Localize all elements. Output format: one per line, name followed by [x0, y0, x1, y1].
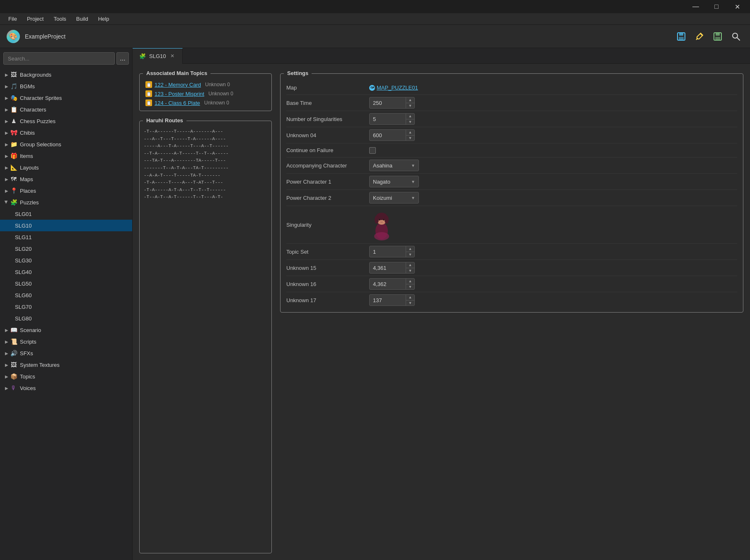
search-options-button[interactable]: ... [116, 52, 129, 65]
map-link-text[interactable]: MAP_PUZZLE01 [377, 85, 418, 91]
sidebar-item-scripts[interactable]: ▶ 📜 Scripts [0, 336, 132, 347]
power2-dropdown[interactable]: Koizumi ▼ [369, 192, 419, 204]
topic-link-124[interactable]: 124 - Class 6 Plate [155, 100, 200, 106]
icon-maps: 🗺 [10, 175, 17, 183]
singularities-down[interactable]: ▼ [406, 119, 414, 125]
label-bgms: BGMs [20, 83, 35, 90]
sidebar-item-layouts[interactable]: ▶ 📐 Layouts [0, 162, 132, 173]
unknown04-up[interactable]: ▲ [406, 130, 414, 136]
sidebar-item-system-textures[interactable]: ▶ 🖼 System Textures [0, 359, 132, 371]
menu-tools[interactable]: Tools [48, 14, 71, 24]
route-line-10: -T--A-T--A-T------T--T---A-T- [144, 194, 267, 201]
topic-item-124[interactable]: 📋 124 - Class 6 Plate Unknown 0 [144, 98, 267, 107]
label-slg20: SLG20 [15, 246, 31, 252]
menu-project[interactable]: Project [22, 14, 48, 24]
routes-content: -T--A------T-----A-------A--- ---A--T---… [140, 124, 271, 205]
topic-item-122[interactable]: 📋 122 - Memory Card Unknown 0 [144, 80, 267, 89]
label-slg70: SLG70 [15, 304, 31, 310]
base-time-down[interactable]: ▼ [406, 103, 414, 109]
sidebar-item-items[interactable]: ▶ 🎁 Items [0, 150, 132, 162]
sidebar-item-slg60[interactable]: SLG60 [0, 289, 132, 301]
sidebar-item-group-selections[interactable]: ▶ 📁 Group Selections [0, 138, 132, 150]
sidebar-item-scenario[interactable]: ▶ 📖 Scenario [0, 324, 132, 336]
tab-slg10[interactable]: 🧩 SLG10 ✕ [133, 48, 183, 64]
label-sfxs: SFXs [20, 350, 33, 356]
singularities-spinbox[interactable]: 5 ▲ ▼ [369, 113, 415, 125]
unknown17-spinbox[interactable]: 137 ▲ ▼ [369, 294, 415, 306]
unknown16-label: Unknown 16 [286, 281, 369, 287]
icon-topics: 📦 [10, 373, 17, 380]
accompanying-dropdown[interactable]: Asahina ▼ [369, 160, 419, 171]
sidebar-item-chess-puzzles[interactable]: ▶ ♟ Chess Puzzles [0, 115, 132, 127]
minimize-button[interactable]: — [686, 0, 705, 13]
base-time-spinbox[interactable]: 250 ▲ ▼ [369, 97, 415, 109]
sidebar-item-voices[interactable]: ▶ 🎙 Voices [0, 382, 132, 394]
save-button[interactable] [674, 29, 689, 44]
menu-build[interactable]: Build [71, 14, 93, 24]
close-button[interactable]: ✕ [728, 0, 747, 13]
sidebar-item-characters[interactable]: ▶ 📋 Characters [0, 104, 132, 115]
search-toolbar-button[interactable] [728, 29, 743, 44]
topic-set-up[interactable]: ▲ [406, 246, 414, 252]
unknown04-down[interactable]: ▼ [406, 136, 414, 141]
sidebar-item-bgms[interactable]: ▶ 🎵 BGMs [0, 80, 132, 92]
sidebar-item-slg01[interactable]: SLG01 [0, 208, 132, 220]
sidebar-item-character-sprites[interactable]: ▶ 🎭 Character Sprites [0, 92, 132, 104]
unknown16-up[interactable]: ▲ [406, 279, 414, 284]
settings-row-topic-set: Topic Set 1 ▲ ▼ [286, 244, 737, 260]
icon-sfxs: 🔊 [10, 349, 17, 357]
unknown16-down[interactable]: ▼ [406, 284, 414, 290]
unknown15-down[interactable]: ▼ [406, 268, 414, 274]
sidebar-item-slg80[interactable]: SLG80 [0, 313, 132, 324]
topic-set-down[interactable]: ▼ [406, 252, 414, 257]
svg-rect-5 [715, 37, 720, 40]
menu-help[interactable]: Help [93, 14, 114, 24]
sidebar-item-slg10[interactable]: SLG10 [0, 220, 132, 231]
sidebar-item-places[interactable]: ▶ 📍 Places [0, 185, 132, 196]
export-button[interactable] [710, 29, 725, 44]
search-input[interactable] [3, 52, 115, 65]
settings-row-power2: Power Character 2 Koizumi ▼ [286, 190, 737, 206]
unknown04-spinbox[interactable]: 600 ▲ ▼ [369, 129, 415, 141]
tab-close-button[interactable]: ✕ [169, 53, 176, 59]
sidebar-item-slg40[interactable]: SLG40 [0, 266, 132, 278]
sidebar-item-puzzles[interactable]: ▶ 🧩 Puzzles [0, 196, 132, 208]
singularities-up[interactable]: ▲ [406, 114, 414, 119]
sidebar-item-slg30[interactable]: SLG30 [0, 255, 132, 266]
continue-failure-checkbox[interactable] [369, 147, 376, 154]
power1-dropdown[interactable]: Nagato ▼ [369, 176, 419, 187]
sidebar-item-slg70[interactable]: SLG70 [0, 301, 132, 313]
map-link[interactable]: 🗺 MAP_PUZZLE01 [369, 85, 418, 91]
menu-file[interactable]: File [3, 14, 22, 24]
unknown15-number: 4,361 [370, 265, 406, 271]
sidebar-item-maps[interactable]: ▶ 🗺 Maps [0, 173, 132, 185]
settings-row-singularities: Number of Singularities 5 ▲ ▼ [286, 111, 737, 127]
base-time-number: 250 [370, 100, 406, 106]
unknown17-down[interactable]: ▼ [406, 301, 414, 306]
accompanying-dropdown-text: Asahina [373, 162, 409, 169]
sidebar-item-topics[interactable]: ▶ 📦 Topics [0, 371, 132, 382]
base-time-up[interactable]: ▲ [406, 97, 414, 103]
topic-set-spinbox[interactable]: 1 ▲ ▼ [369, 246, 415, 257]
icon-puzzles: 🧩 [10, 199, 17, 206]
map-icon: 🗺 [369, 85, 375, 91]
route-line-4: --T-A------A-T-----T--T--A----- [144, 150, 267, 158]
topic-set-arrows: ▲ ▼ [406, 246, 414, 257]
topic-link-123[interactable]: 123 - Poster Misprint [155, 91, 204, 97]
sidebar-item-chibis[interactable]: ▶ 🎀 Chibis [0, 127, 132, 138]
sidebar-item-slg50[interactable]: SLG50 [0, 278, 132, 289]
build-button[interactable] [692, 29, 707, 44]
sidebar-item-slg11[interactable]: SLG11 [0, 231, 132, 243]
unknown04-number: 600 [370, 132, 406, 138]
sidebar-item-slg20[interactable]: SLG20 [0, 243, 132, 255]
unknown16-spinbox[interactable]: 4,362 ▲ ▼ [369, 278, 415, 290]
unknown17-up[interactable]: ▲ [406, 295, 414, 301]
topic-link-122[interactable]: 122 - Memory Card [155, 82, 201, 88]
topic-item-123[interactable]: 📋 123 - Poster Misprint Unknown 0 [144, 89, 267, 98]
sidebar-item-sfxs[interactable]: ▶ 🔊 SFXs [0, 347, 132, 359]
maximize-button[interactable]: □ [707, 0, 726, 13]
unknown15-up[interactable]: ▲ [406, 262, 414, 268]
topics-list: 📋 122 - Memory Card Unknown 0 📋 123 - Po… [140, 77, 271, 111]
sidebar-item-backgrounds[interactable]: ▶ 🖼 Backgrounds [0, 69, 132, 80]
unknown15-spinbox[interactable]: 4,361 ▲ ▼ [369, 262, 415, 274]
